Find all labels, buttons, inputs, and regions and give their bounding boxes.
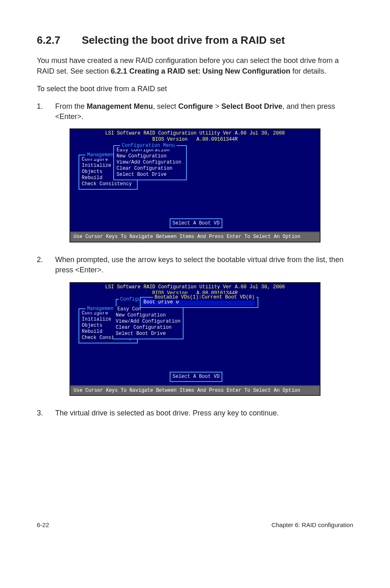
bootable-vds-box: Bootable VDs(1):Current Boot VD(0) Boot … — [140, 297, 258, 308]
conf-select-boot: Select Boot Drive — [113, 331, 180, 337]
intro-paragraph-1: You must have created a new RAID configu… — [37, 56, 353, 76]
step-number: 1. — [37, 101, 55, 122]
step-number: 2. — [37, 255, 55, 275]
select-boot-vd-box: Select A Boot VD — [170, 372, 222, 382]
page-footer: 6-22 Chapter 6: RAID configuration — [37, 521, 353, 529]
bootable-vds-title: Bootable VDs(1):Current Boot VD(0) — [153, 294, 256, 301]
conf-viewadd: View/Add Configuration — [113, 319, 180, 325]
conf-new: New Configuration — [113, 312, 180, 319]
section-title-text: Selecting the boot drive from a RAID set — [82, 33, 285, 47]
chapter-label: Chapter 6: RAID configuration — [271, 521, 353, 529]
conf-clear: Clear Configuration — [113, 325, 180, 331]
section-heading: 6.2.7 Selecting the boot drive from a RA… — [37, 33, 353, 47]
conf-viewadd: View/Add Configuration — [117, 159, 184, 166]
conf-new: New Configuration — [117, 153, 184, 159]
page-number: 6-22 — [37, 521, 49, 529]
step-1: 1. From the Management Menu, select Conf… — [37, 101, 353, 122]
bios-screenshot-1: LSI Software RAID Configuration Utility … — [69, 128, 321, 242]
bios-body: Management M Configure Initialize Object… — [70, 143, 320, 231]
conf-clear: Clear Configuration — [117, 166, 184, 172]
bios-footer: Use Cursor Keys To Navigate Between Item… — [70, 231, 320, 242]
step-text: When prompted, use the arrow keys to sel… — [55, 255, 353, 275]
configuration-menu-title: Configuration Menu — [120, 142, 177, 149]
step-3: 3. The virtual drive is selected as boot… — [37, 408, 353, 418]
step-number: 3. — [37, 408, 55, 418]
intro-paragraph-2: To select the boot drive from a RAID set — [37, 84, 353, 94]
bios-body: Management M Configure Initialize Object… — [70, 297, 320, 385]
configu-label: Configu — [119, 296, 142, 303]
step-text: The virtual drive is selected as boot dr… — [55, 408, 353, 418]
step-text: From the Management Menu, select Configu… — [55, 101, 353, 122]
section-number: 6.2.7 — [37, 33, 82, 47]
bios-header: LSI Software RAID Configuration Utility … — [70, 129, 320, 143]
mgmt-check-consistency: Check Consistency — [82, 181, 134, 187]
bios-screenshot-2: LSI Software RAID Configuration Utility … — [69, 282, 321, 396]
step-2: 2. When prompted, use the arrow keys to … — [37, 255, 353, 275]
conf-select-boot: Select Boot Drive — [117, 172, 184, 178]
bios-footer: Use Cursor Keys To Navigate Between Item… — [70, 385, 320, 395]
configuration-menu: Configuration Menu Easy Configuration Ne… — [113, 145, 187, 180]
select-boot-vd-box: Select A Boot VD — [170, 218, 222, 229]
